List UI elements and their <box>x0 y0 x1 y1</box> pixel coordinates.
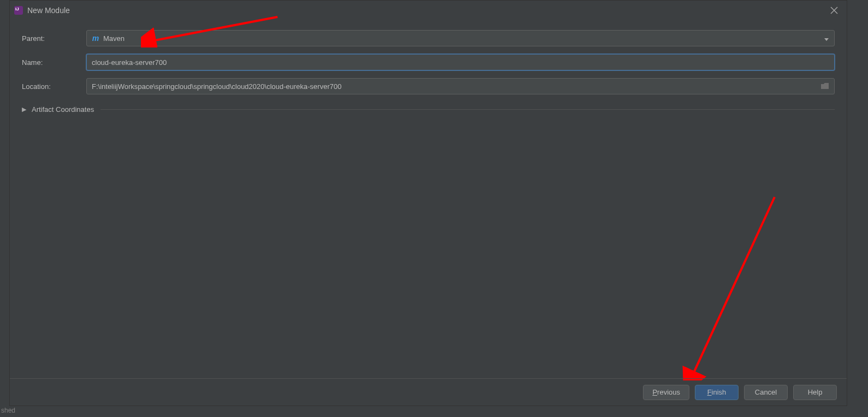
name-label: Name: <box>22 58 86 67</box>
maven-icon: m <box>91 34 100 43</box>
finish-button-text: inish <box>712 388 727 396</box>
parent-label: Parent: <box>22 34 86 43</box>
finish-button[interactable]: Finish <box>695 385 739 400</box>
help-button[interactable]: Help <box>793 385 837 400</box>
close-icon[interactable] <box>826 2 842 19</box>
name-row: Name: <box>22 54 835 70</box>
cancel-button[interactable]: Cancel <box>744 385 788 400</box>
intellij-icon <box>14 6 23 15</box>
new-module-dialog: New Module Parent: m Maven Name: Locatio… <box>9 0 847 406</box>
parent-row: Parent: m Maven <box>22 30 835 46</box>
previous-button[interactable]: Previous <box>643 385 689 400</box>
location-label: Location: <box>22 82 86 91</box>
editor-gutter <box>0 0 9 417</box>
previous-button-text: revious <box>657 388 680 396</box>
right-strip <box>847 0 868 417</box>
annotation-arrow-finish <box>682 195 786 380</box>
chevron-down-icon <box>824 34 829 43</box>
folder-icon[interactable] <box>820 82 829 90</box>
parent-dropdown[interactable]: m Maven <box>86 30 835 46</box>
dialog-button-bar: Previous Finish Cancel Help <box>10 378 847 406</box>
artifact-coordinates-label: Artifact Coordinates <box>32 105 94 114</box>
chevron-right-icon: ▶ <box>22 106 26 113</box>
location-input[interactable]: F:\inteliijWorkspace\springcloud\springc… <box>86 78 835 94</box>
divider <box>101 109 835 110</box>
dialog-title: New Module <box>27 6 826 15</box>
artifact-coordinates-section[interactable]: ▶ Artifact Coordinates <box>22 105 835 114</box>
location-value: F:\inteliijWorkspace\springcloud\springc… <box>92 82 820 91</box>
dialog-title-bar: New Module <box>10 1 847 20</box>
dialog-content: Parent: m Maven Name: Location: F:\intel… <box>10 20 847 406</box>
status-text: shed <box>0 407 15 414</box>
svg-line-3 <box>693 197 775 375</box>
parent-dropdown-value: Maven <box>103 34 125 43</box>
location-row: Location: F:\inteliijWorkspace\springclo… <box>22 78 835 94</box>
name-input[interactable] <box>86 54 835 70</box>
